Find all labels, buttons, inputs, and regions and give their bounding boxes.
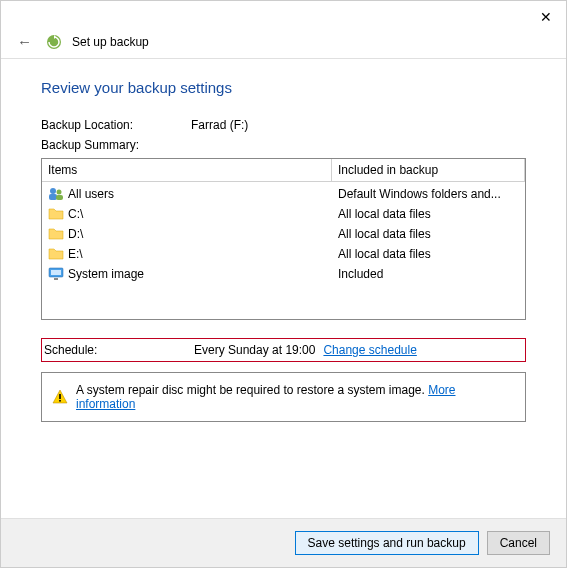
window-title: Set up backup xyxy=(72,35,149,49)
svg-rect-8 xyxy=(59,394,61,399)
item-name: All users xyxy=(68,184,114,204)
backup-location-row: Backup Location: Farrad (F:) xyxy=(41,118,526,132)
item-name: System image xyxy=(68,264,144,284)
list-item[interactable]: All users Default Windows folders and... xyxy=(42,184,525,204)
system-repair-notice: A system repair disc might be required t… xyxy=(41,372,526,422)
users-icon xyxy=(48,186,64,202)
cancel-button[interactable]: Cancel xyxy=(487,531,550,555)
backup-icon xyxy=(46,34,62,50)
svg-rect-4 xyxy=(56,195,63,200)
content-area: Review your backup settings Backup Locat… xyxy=(1,59,566,518)
list-item[interactable]: E:\ All local data files xyxy=(42,244,525,264)
schedule-value: Every Sunday at 19:00 xyxy=(194,343,315,357)
backup-summary-list: Items Included in backup All users Defau… xyxy=(41,158,526,320)
item-name: C:\ xyxy=(68,204,83,224)
svg-rect-3 xyxy=(49,194,57,200)
backup-wizard-window: ✕ ← Set up backup Review your backup set… xyxy=(0,0,567,568)
list-body: All users Default Windows folders and...… xyxy=(42,182,525,286)
svg-point-2 xyxy=(57,190,62,195)
backup-location-label: Backup Location: xyxy=(41,118,191,132)
folder-icon xyxy=(48,226,64,242)
backup-summary-label: Backup Summary: xyxy=(41,138,139,152)
folder-icon xyxy=(48,206,64,222)
header: ← Set up backup xyxy=(1,33,566,58)
close-icon: ✕ xyxy=(540,9,552,25)
save-and-run-button[interactable]: Save settings and run backup xyxy=(295,531,479,555)
item-included: Default Windows folders and... xyxy=(332,184,525,204)
svg-point-1 xyxy=(50,188,56,194)
column-header-items[interactable]: Items xyxy=(42,159,332,182)
item-name: E:\ xyxy=(68,244,83,264)
warning-icon xyxy=(52,389,68,405)
list-header: Items Included in backup xyxy=(42,159,525,182)
folder-icon xyxy=(48,246,64,262)
svg-rect-6 xyxy=(51,270,61,275)
item-included: Included xyxy=(332,264,525,284)
svg-rect-7 xyxy=(54,278,58,280)
list-item[interactable]: C:\ All local data files xyxy=(42,204,525,224)
back-arrow-icon: ← xyxy=(17,33,32,50)
column-header-included[interactable]: Included in backup xyxy=(332,159,525,182)
page-heading: Review your backup settings xyxy=(41,79,526,96)
schedule-row: Schedule: Every Sunday at 19:00 Change s… xyxy=(41,338,526,362)
change-schedule-link[interactable]: Change schedule xyxy=(323,343,416,357)
close-button[interactable]: ✕ xyxy=(526,1,566,33)
back-button[interactable]: ← xyxy=(13,33,36,50)
backup-location-value: Farrad (F:) xyxy=(191,118,248,132)
notice-message: A system repair disc might be required t… xyxy=(76,383,425,397)
footer: Save settings and run backup Cancel xyxy=(1,518,566,567)
list-item[interactable]: System image Included xyxy=(42,264,525,284)
list-item[interactable]: D:\ All local data files xyxy=(42,224,525,244)
item-name: D:\ xyxy=(68,224,83,244)
notice-text: A system repair disc might be required t… xyxy=(76,383,515,411)
svg-rect-9 xyxy=(59,400,61,402)
item-included: All local data files xyxy=(332,244,525,264)
item-included: All local data files xyxy=(332,224,525,244)
monitor-icon xyxy=(48,266,64,282)
item-included: All local data files xyxy=(332,204,525,224)
titlebar: ✕ xyxy=(1,1,566,33)
backup-summary-label-row: Backup Summary: xyxy=(41,138,526,152)
schedule-label: Schedule: xyxy=(44,343,194,357)
